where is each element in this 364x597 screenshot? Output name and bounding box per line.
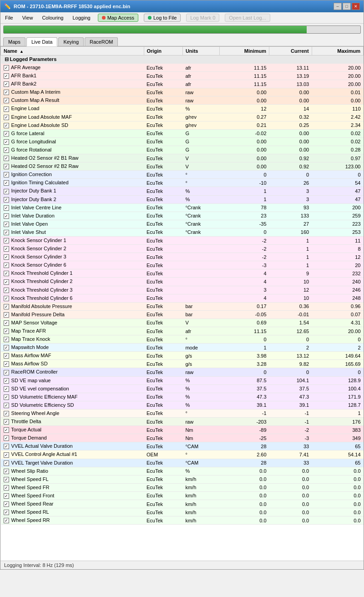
table-row[interactable]: ✓ Engine Load EcuTek % 12 14 110 xyxy=(1,105,364,113)
table-row[interactable]: ✓ Map Trace Knock EcuTek ° 0 0 0 xyxy=(1,335,364,344)
row-checkbox[interactable]: ✓ xyxy=(4,115,9,120)
row-checkbox[interactable]: ✓ xyxy=(4,205,9,211)
table-row[interactable]: ✓ Ignition Timing Calculated EcuTek ° -1… xyxy=(1,179,364,187)
close-button[interactable]: ✕ xyxy=(352,3,360,10)
table-row[interactable]: ✓ G force Longitudinal EcuTek G 0.00 0.0… xyxy=(1,137,364,146)
row-checkbox[interactable]: ✓ xyxy=(4,189,9,194)
table-row[interactable]: ✓ Knock Sensor Cylinder 1 EcuTek -2 1 11 xyxy=(1,236,364,244)
table-row[interactable]: ✓ Knock Sensor Cylinder 3 EcuTek -2 1 12 xyxy=(1,253,364,261)
row-checkbox[interactable]: ✓ xyxy=(4,419,9,425)
menu-colouring[interactable]: Colouring xyxy=(40,14,65,21)
row-checkbox[interactable]: ✓ xyxy=(4,90,9,95)
col-header-current[interactable]: Current xyxy=(269,47,312,56)
table-row[interactable]: ✓ Heated O2 Sensor #2 B1 Raw EcuTek V 0.… xyxy=(1,154,364,162)
row-checkbox[interactable]: ✓ xyxy=(4,477,9,482)
table-row[interactable]: ✓ SD VE vvel compensation EcuTek % 37.5 … xyxy=(1,385,364,393)
minimize-button[interactable]: – xyxy=(334,3,342,10)
row-checkbox[interactable]: ✓ xyxy=(4,312,9,318)
table-row[interactable]: ✓ Engine Load Absolute SD EcuTek g/rev 0… xyxy=(1,121,364,129)
table-row[interactable]: ✓ VVEL Actual Valve Duration EcuTek °CAM… xyxy=(1,442,364,450)
row-checkbox[interactable]: ✓ xyxy=(4,510,9,515)
table-row[interactable]: ✓ Knock Threshold Cylinder 2 EcuTek 4 10… xyxy=(1,278,364,286)
table-row[interactable]: ✓ Knock Threshold Cylinder 3 EcuTek 3 12… xyxy=(1,286,364,294)
row-checkbox[interactable]: ✓ xyxy=(4,213,9,219)
table-row[interactable]: ✓ G force Rotational EcuTek G 0.00 0.00 … xyxy=(1,146,364,154)
row-checkbox[interactable]: ✓ xyxy=(4,395,9,400)
row-checkbox[interactable]: ✓ xyxy=(4,156,9,161)
row-checkbox[interactable]: ✓ xyxy=(4,73,9,79)
row-checkbox[interactable]: ✓ xyxy=(4,147,9,153)
row-checkbox[interactable]: ✓ xyxy=(4,164,9,169)
row-checkbox[interactable]: ✓ xyxy=(4,222,9,227)
table-row[interactable]: ✓ VVEL Target Valve Duration EcuTek °CAM… xyxy=(1,459,364,467)
row-checkbox[interactable]: ✓ xyxy=(4,123,9,128)
table-row[interactable]: ✓ Heated O2 Sensor #2 B2 Raw EcuTek V 0.… xyxy=(1,162,364,171)
table-row[interactable]: ✓ VVEL Control Angle Actual #1 OEM ° 2.6… xyxy=(1,450,364,459)
col-header-minimum[interactable]: Minimum xyxy=(220,47,269,56)
row-checkbox[interactable]: ✓ xyxy=(4,485,9,491)
row-checkbox[interactable]: ✓ xyxy=(4,246,9,252)
menu-file[interactable]: File xyxy=(3,14,15,21)
table-row[interactable]: ✓ Inlet Valve Duration EcuTek °Crank 23 … xyxy=(1,212,364,220)
table-container[interactable]: Name ▲ Origin Units Minimum Current Maxi… xyxy=(0,46,364,561)
table-row[interactable]: ✓ Manifold Pressure Delta EcuTek bar -0.… xyxy=(1,310,364,319)
table-row[interactable]: ✓ Inlet Valve Centre Line EcuTek °Crank … xyxy=(1,203,364,212)
table-row[interactable]: ✓ Wheel Speed RR EcuTek km/h 0.0 0.0 0.0 xyxy=(1,516,364,525)
row-checkbox[interactable]: ✓ xyxy=(4,361,9,367)
row-checkbox[interactable]: ✓ xyxy=(4,337,9,342)
table-row[interactable]: ✓ SD VE map value EcuTek % 87.5 104.1 12… xyxy=(1,376,364,385)
table-row[interactable]: ✓ Injector Duty Bank 1 EcuTek % 1 3 47 xyxy=(1,187,364,195)
table-row[interactable]: ✓ Torque Actual EcuTek Nm -89 -2 383 xyxy=(1,426,364,434)
log-to-file-button[interactable]: Log to File xyxy=(144,14,181,22)
table-row[interactable]: ✓ Custom Map A Interim EcuTek raw 0.00 0… xyxy=(1,88,364,96)
row-checkbox[interactable]: ✓ xyxy=(4,378,9,384)
table-row[interactable]: ✓ Inlet Valve Open EcuTek °Crank -35 27 … xyxy=(1,220,364,228)
col-header-name[interactable]: Name ▲ xyxy=(1,47,144,56)
table-row[interactable]: ✓ AFR Bank2 EcuTek afr 11.15 13.03 20.00 xyxy=(1,80,364,88)
table-row[interactable]: ✓ Wheel Slip Ratio EcuTek % 0.0 0.0 0.0 xyxy=(1,467,364,475)
table-row[interactable]: ✓ SD Volumetric Efficiency MAF EcuTek % … xyxy=(1,393,364,401)
table-row[interactable]: ✓ Mass Airflow SD EcuTek g/s 3.28 9.82 1… xyxy=(1,360,364,368)
row-checkbox[interactable]: ✓ xyxy=(4,172,9,177)
row-checkbox[interactable]: ✓ xyxy=(4,304,9,309)
row-checkbox[interactable]: ✓ xyxy=(4,263,9,268)
table-row[interactable]: ✓ AFR Average EcuTek afr 11.15 13.11 20.… xyxy=(1,64,364,72)
row-checkbox[interactable]: ✓ xyxy=(4,444,9,449)
row-checkbox[interactable]: ✓ xyxy=(4,469,9,474)
col-header-origin[interactable]: Origin xyxy=(144,47,182,56)
table-row[interactable]: ✓ SD Volumetric Efficiency SD EcuTek % 3… xyxy=(1,401,364,409)
tab-keying[interactable]: Keying xyxy=(58,37,84,46)
row-checkbox[interactable]: ✓ xyxy=(4,403,9,408)
restore-button[interactable]: □ xyxy=(343,3,351,10)
table-row[interactable]: ✓ G force Lateral EcuTek G -0.02 0.00 0.… xyxy=(1,129,364,137)
table-row[interactable]: ✓ Wheel Speed FL EcuTek km/h 0.0 0.0 0.0 xyxy=(1,475,364,483)
row-checkbox[interactable]: ✓ xyxy=(4,427,9,433)
col-header-units[interactable]: Units xyxy=(182,47,219,56)
row-checkbox[interactable]: ✓ xyxy=(4,65,9,71)
table-row[interactable]: ✓ Engine Load Absolute MAF EcuTek g/rev … xyxy=(1,113,364,121)
row-checkbox[interactable]: ✓ xyxy=(4,345,9,350)
table-row[interactable]: ✓ Map Trace AFR EcuTek afr 11.15 12.65 2… xyxy=(1,327,364,335)
row-checkbox[interactable]: ✓ xyxy=(4,279,9,285)
row-checkbox[interactable]: ✓ xyxy=(4,106,9,112)
table-row[interactable]: ✓ AFR Bank1 EcuTek afr 11.15 13.19 20.00 xyxy=(1,72,364,80)
row-checkbox[interactable]: ✓ xyxy=(4,139,9,145)
table-row[interactable]: ✓ Throttle Delta EcuTek raw -203 -1 176 xyxy=(1,418,364,426)
row-checkbox[interactable]: ✓ xyxy=(4,460,9,466)
row-checkbox[interactable]: ✓ xyxy=(4,180,9,186)
row-checkbox[interactable]: ✓ xyxy=(4,271,9,276)
row-checkbox[interactable]: ✓ xyxy=(4,501,9,507)
table-row[interactable]: ✓ Steering Wheel Angle EcuTek ° -1 -1 1 xyxy=(1,409,364,417)
col-header-maximum[interactable]: Maximum xyxy=(312,47,363,56)
row-checkbox[interactable]: ✓ xyxy=(4,230,9,235)
table-row[interactable]: ✓ Knock Sensor Cylinder 2 EcuTek -2 1 8 xyxy=(1,245,364,253)
row-checkbox[interactable]: ✓ xyxy=(4,370,9,375)
table-row[interactable]: ✓ Knock Threshold Cylinder 6 EcuTek 4 10… xyxy=(1,294,364,302)
table-row[interactable]: ✓ Ignition Correction EcuTek ° 0 0 0 xyxy=(1,171,364,179)
table-row[interactable]: ✓ RaceROM Controller EcuTek raw 0 0 0 xyxy=(1,368,364,376)
row-checkbox[interactable]: ✓ xyxy=(4,518,9,523)
row-checkbox[interactable]: ✓ xyxy=(4,320,9,326)
menu-view[interactable]: View xyxy=(20,14,35,21)
row-checkbox[interactable]: ✓ xyxy=(4,452,9,458)
group-expand-icon[interactable]: ⊟ xyxy=(5,56,10,62)
